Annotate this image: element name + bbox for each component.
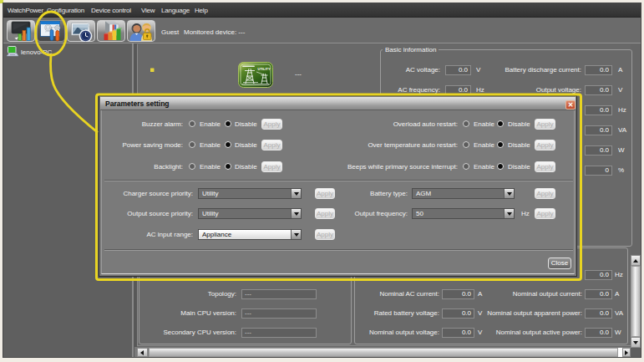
svg-text:UTILITY: UTILITY (258, 67, 271, 71)
